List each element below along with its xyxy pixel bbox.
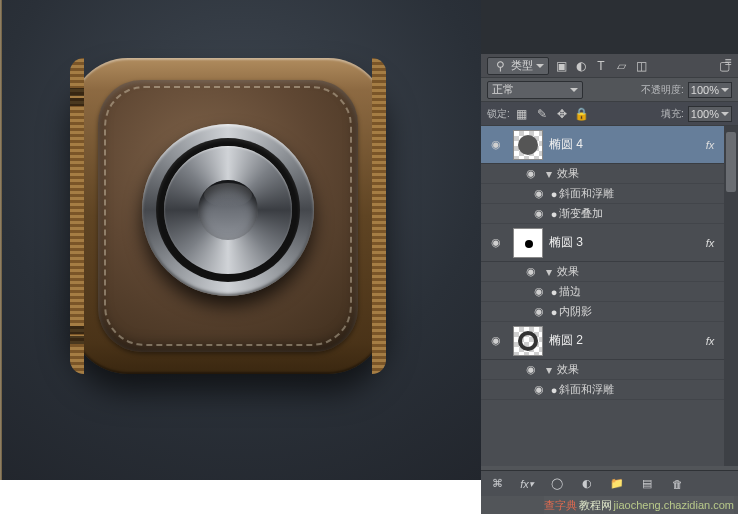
layer-row[interactable]: ◉ 椭圆 4 fx ▾	[481, 126, 738, 164]
link-layers-icon[interactable]: ⌘	[489, 477, 505, 491]
add-mask-icon[interactable]: ◯	[549, 477, 565, 491]
lock-position-icon[interactable]: ✥	[554, 106, 570, 122]
visibility-toggle[interactable]: ◉	[529, 305, 549, 318]
fill-label[interactable]: 填充:	[661, 107, 684, 121]
visibility-toggle[interactable]: ◉	[529, 285, 549, 298]
watermark-text: 查字典	[544, 498, 577, 513]
panel-menu-icon[interactable]: ≡	[720, 56, 736, 68]
visibility-toggle[interactable]: ◉	[529, 383, 549, 396]
blend-mode-value: 正常	[492, 82, 514, 97]
panel-tab-dark-area	[481, 0, 738, 54]
scrollbar-thumb[interactable]	[726, 132, 736, 192]
fx-item[interactable]: ◉ ● 渐变叠加	[481, 204, 738, 224]
layer-name[interactable]: 椭圆 3	[549, 234, 698, 251]
layer-filter-row: ⚲ 类型 ▣ ◐ T ▱ ◫ ▢	[481, 54, 738, 78]
chevron-down-icon	[536, 64, 544, 68]
visibility-toggle[interactable]: ◉	[485, 236, 507, 249]
lock-label: 锁定:	[487, 107, 510, 121]
opacity-value: 100%	[691, 84, 719, 96]
visibility-toggle[interactable]: ◉	[485, 334, 507, 347]
bullet-icon: ●	[549, 384, 559, 396]
watermark: 查字典 教程网 jiaocheng.chazidian.com	[544, 496, 734, 514]
visibility-toggle[interactable]: ◉	[521, 167, 541, 180]
chevron-down-icon[interactable]: ▾	[541, 264, 557, 280]
fx-item-label: 斜面和浮雕	[559, 186, 614, 201]
lock-transparency-icon[interactable]: ▦	[514, 106, 530, 122]
lock-all-icon[interactable]: 🔒	[574, 106, 590, 122]
new-group-icon[interactable]: 📁	[609, 477, 625, 491]
chevron-down-icon[interactable]: ▾	[541, 362, 557, 378]
layer-name[interactable]: 椭圆 2	[549, 332, 698, 349]
new-layer-icon[interactable]: ▤	[639, 477, 655, 491]
chevron-down-icon	[570, 88, 578, 92]
filter-kind-label: 类型	[511, 58, 533, 73]
layers-bottom-toolbar: ⌘ fx▾ ◯ ◐ 📁 ▤ 🗑	[481, 470, 738, 496]
fx-item[interactable]: ◉ ● 描边	[481, 282, 738, 302]
filter-pixel-icon[interactable]: ▣	[553, 58, 569, 74]
lock-row: 锁定: ▦ ✎ ✥ 🔒 填充: 100%	[481, 102, 738, 126]
filter-smart-icon[interactable]: ◫	[633, 58, 649, 74]
chevron-down-icon	[721, 88, 729, 92]
layer-name[interactable]: 椭圆 4	[549, 136, 698, 153]
fill-input[interactable]: 100%	[688, 106, 732, 122]
layer-thumbnail[interactable]	[513, 130, 543, 160]
chevron-down-icon	[721, 112, 729, 116]
icon-artwork	[70, 58, 386, 374]
visibility-toggle[interactable]: ◉	[529, 187, 549, 200]
fx-item[interactable]: ◉ ● 斜面和浮雕	[481, 380, 738, 400]
canvas-background	[0, 0, 481, 480]
layer-thumbnail[interactable]	[513, 326, 543, 356]
layer-thumbnail[interactable]	[513, 228, 543, 258]
app-root: ≡ ⚲ 类型 ▣ ◐ T ▱ ◫ ▢ 正常 不透明度: 100%	[0, 0, 738, 514]
visibility-toggle[interactable]: ◉	[485, 138, 507, 151]
metal-ring	[142, 124, 314, 296]
bullet-icon: ●	[549, 286, 559, 298]
watermark-text: 教程网	[579, 498, 612, 513]
opacity-label[interactable]: 不透明度:	[641, 83, 684, 97]
ruler-left[interactable]	[0, 0, 2, 497]
canvas-bottom-strip	[0, 480, 481, 497]
delete-layer-icon[interactable]: 🗑	[669, 477, 685, 491]
filter-shape-icon[interactable]: ▱	[613, 58, 629, 74]
layers-list[interactable]: ◉ 椭圆 4 fx ▾ ◉ ▾ 效果 ◉ ● 斜面和浮雕 ◉ ● 渐变叠加	[481, 126, 738, 466]
fx-header[interactable]: ◉ ▾ 效果	[481, 262, 738, 282]
layer-row[interactable]: ◉ 椭圆 2 fx ▾	[481, 322, 738, 360]
lock-image-icon[interactable]: ✎	[534, 106, 550, 122]
fx-badge[interactable]: fx	[698, 237, 722, 249]
fx-item[interactable]: ◉ ● 内阴影	[481, 302, 738, 322]
bullet-icon: ●	[549, 306, 559, 318]
watermark-url: jiaocheng.chazidian.com	[614, 499, 734, 511]
layers-scrollbar[interactable]	[724, 126, 738, 466]
filter-kind-select[interactable]: ⚲ 类型	[487, 57, 549, 75]
visibility-toggle[interactable]: ◉	[521, 363, 541, 376]
fx-header[interactable]: ◉ ▾ 效果	[481, 360, 738, 380]
fill-value: 100%	[691, 108, 719, 120]
add-fx-icon[interactable]: fx▾	[519, 477, 535, 491]
fx-item-label: 内阴影	[559, 304, 592, 319]
blend-row: 正常 不透明度: 100%	[481, 78, 738, 102]
fx-header-label: 效果	[557, 166, 579, 181]
add-adjustment-icon[interactable]: ◐	[579, 477, 595, 491]
visibility-toggle[interactable]: ◉	[521, 265, 541, 278]
fx-header-label: 效果	[557, 362, 579, 377]
bullet-icon: ●	[549, 188, 559, 200]
fx-badge[interactable]: fx	[698, 335, 722, 347]
document-canvas[interactable]	[0, 0, 481, 497]
fx-item-label: 斜面和浮雕	[559, 382, 614, 397]
filter-adjust-icon[interactable]: ◐	[573, 58, 589, 74]
fx-item-label: 描边	[559, 284, 581, 299]
visibility-toggle[interactable]: ◉	[529, 207, 549, 220]
bullet-icon: ●	[549, 208, 559, 220]
layer-row[interactable]: ◉ 椭圆 3 fx ▾	[481, 224, 738, 262]
fx-header-label: 效果	[557, 264, 579, 279]
fx-item[interactable]: ◉ ● 斜面和浮雕	[481, 184, 738, 204]
chevron-down-icon[interactable]: ▾	[541, 166, 557, 182]
blend-mode-select[interactable]: 正常	[487, 81, 583, 99]
fx-header[interactable]: ◉ ▾ 效果	[481, 164, 738, 184]
opacity-input[interactable]: 100%	[688, 82, 732, 98]
layers-panel: ≡ ⚲ 类型 ▣ ◐ T ▱ ◫ ▢ 正常 不透明度: 100%	[481, 0, 738, 514]
fx-badge[interactable]: fx	[698, 139, 722, 151]
search-icon: ⚲	[492, 58, 508, 74]
fx-item-label: 渐变叠加	[559, 206, 603, 221]
filter-type-icon[interactable]: T	[593, 58, 609, 74]
